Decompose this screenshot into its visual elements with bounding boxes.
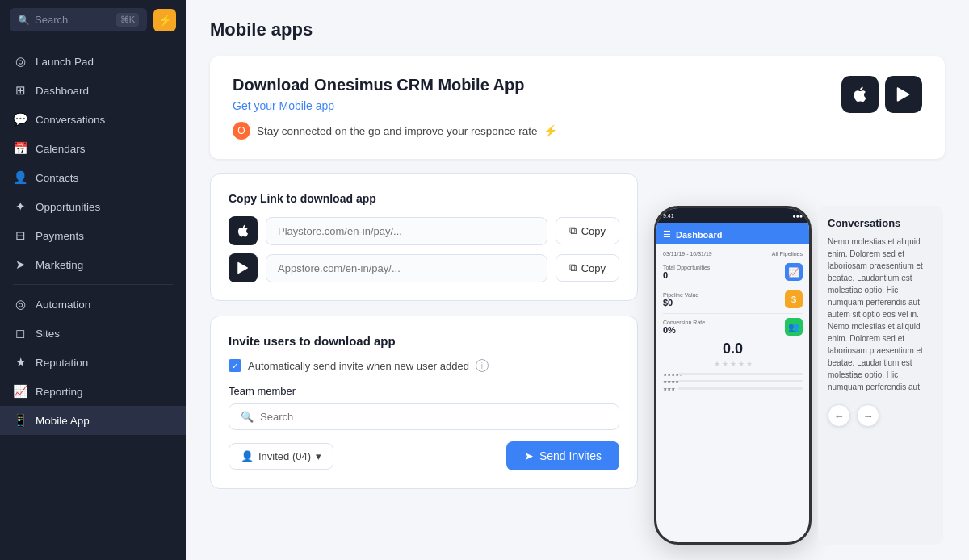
copy-link-card: Copy Link to download app ⧉ Copy — [210, 173, 638, 301]
carousel-next-button[interactable]: → — [857, 404, 879, 427]
automation-icon: ◎ — [13, 297, 27, 311]
copy-icon: ⧉ — [569, 224, 577, 237]
sidebar-item-label: Conversations — [36, 114, 105, 126]
sidebar-item-automation[interactable]: ◎ Automation — [0, 290, 186, 319]
android-store-badge[interactable] — [885, 76, 922, 113]
phone-date: 03/11/19 - 10/31/19 — [663, 251, 712, 257]
bar-bg-5 — [678, 373, 803, 375]
desc-bolt-icon: ⚡ — [543, 124, 557, 137]
invite-bottom-row: 👤 Invited (04) ▾ ➤ Send Invites — [229, 441, 619, 470]
sidebar-item-contacts[interactable]: 👤 Contacts — [0, 163, 186, 192]
bar-bg-4 — [678, 380, 803, 382]
conversion-value: 0% — [663, 325, 705, 335]
sidebar-item-label: Payments — [36, 230, 84, 242]
pipeline-icon: $ — [785, 290, 803, 308]
info-icon: i — [476, 359, 489, 372]
sidebar-item-label: Launch Pad — [36, 56, 94, 68]
android-platform-icon — [229, 253, 258, 282]
rating-stars: ★ ★ ★ ★ ★ — [663, 360, 803, 368]
bolt-button[interactable]: ⚡ — [153, 9, 176, 31]
sidebar-item-conversations[interactable]: 💬 Conversations — [0, 105, 186, 134]
total-opps-info: Total Opportunities 0 — [663, 265, 710, 280]
bolt-icon: ⚡ — [158, 14, 172, 27]
ios-link-input[interactable] — [266, 217, 547, 245]
phone-rating-section: 0.0 ★ ★ ★ ★ ★ ★★★★★ — [663, 341, 803, 391]
sidebar-item-label: Marketing — [36, 259, 83, 271]
person-icon: 👤 — [241, 450, 254, 462]
stat-divider-1 — [663, 286, 803, 286]
bar-label-4: ★★★★ — [663, 378, 676, 384]
apple-store-badge[interactable] — [841, 76, 879, 113]
sidebar-item-dashboard[interactable]: ⊞ Dashboard — [0, 76, 186, 105]
sidebar-item-payments[interactable]: ⊟ Payments — [0, 221, 186, 250]
sidebar-item-label: Contacts — [36, 172, 78, 184]
hamburger-icon: ☰ — [663, 229, 671, 240]
sidebar-item-opportunities[interactable]: ✦ Opportunities — [0, 192, 186, 221]
opps-icon: 📈 — [785, 263, 803, 281]
sidebar-item-mobileapp[interactable]: 📱 Mobile App — [0, 406, 186, 435]
copy-icon-2: ⧉ — [569, 261, 577, 274]
android-link-input[interactable] — [266, 254, 547, 282]
star-2: ★ — [722, 360, 728, 368]
sidebar-item-reporting[interactable]: 📈 Reporting — [0, 377, 186, 406]
rating-bar-3: ★★★ — [663, 386, 803, 391]
bar-label-5: ★★★★★ — [663, 371, 676, 377]
reputation-icon: ★ — [13, 355, 27, 370]
payments-icon: ⊟ — [13, 228, 27, 243]
phone-mockup: 9:41 ●●● ☰ Dashboard 03/11/19 - 10/31/19… — [654, 206, 812, 545]
ios-platform-icon — [229, 216, 258, 245]
reporting-icon: 📈 — [13, 384, 27, 399]
copy-link-title: Copy Link to download app — [229, 192, 619, 205]
phone-tab: All Pipelines — [772, 251, 803, 257]
sidebar-item-label: Reputation — [36, 357, 88, 369]
pipeline-value: $0 — [663, 298, 698, 307]
sidebar-item-calendars[interactable]: 📅 Calendars — [0, 134, 186, 163]
ios-copy-button[interactable]: ⧉ Copy — [556, 217, 619, 244]
marketing-icon: ➤ — [13, 257, 27, 272]
invite-card: Invite users to download app ✓ Automatic… — [210, 316, 638, 489]
star-5: ★ — [746, 360, 753, 368]
phone-date-row: 03/11/19 - 10/31/19 All Pipelines — [663, 251, 803, 257]
right-preview: 9:41 ●●● ☰ Dashboard 03/11/19 - 10/31/19… — [638, 173, 945, 545]
phone-header: ☰ Dashboard — [656, 223, 809, 244]
star-1: ★ — [714, 360, 720, 368]
page-title: Mobile apps — [210, 19, 945, 40]
sidebar-item-launchpad[interactable]: ◎ Launch Pad — [0, 47, 186, 76]
sidebar-item-label: Automation — [36, 299, 90, 311]
team-search-row[interactable]: 🔍 — [229, 403, 619, 430]
auto-invite-label: Automatically send invite when new user … — [248, 360, 469, 372]
rating-bar-4: ★★★★ — [663, 378, 803, 384]
phone-header-title: Dashboard — [676, 230, 722, 240]
rating-bar-5: ★★★★★ — [663, 371, 803, 377]
sidebar-item-label: Dashboard — [36, 85, 89, 97]
total-opps-label: Total Opportunities — [663, 265, 710, 270]
conversion-label: Conversion Rate — [663, 320, 705, 325]
android-copy-button[interactable]: ⧉ Copy — [556, 254, 619, 282]
search-shortcut: ⌘K — [116, 13, 139, 27]
sidebar-item-label: Reporting — [36, 386, 83, 398]
sidebar-item-reputation[interactable]: ★ Reputation — [0, 348, 186, 377]
sidebar-item-sites[interactable]: ◻ Sites — [0, 319, 186, 348]
search-input[interactable]: 🔍 Search ⌘K — [10, 8, 147, 31]
sidebar-search-bar: 🔍 Search ⌘K ⚡ — [0, 0, 186, 40]
conversations-icon: 💬 — [13, 112, 27, 127]
phone-content: 03/11/19 - 10/31/19 All Pipelines Total … — [656, 244, 809, 542]
pipeline-row: Pipeline Value $0 $ — [663, 290, 803, 308]
auto-invite-checkbox[interactable]: ✓ — [229, 359, 241, 372]
send-icon: ➤ — [524, 449, 534, 462]
conversations-panel-title: Conversations — [828, 217, 933, 229]
android-copy-label: Copy — [581, 262, 606, 274]
invited-button[interactable]: 👤 Invited (04) ▾ — [229, 443, 333, 470]
calendars-icon: 📅 — [13, 141, 27, 156]
rating-value: 0.0 — [663, 341, 803, 357]
sidebar-item-marketing[interactable]: ➤ Marketing — [0, 250, 186, 279]
sidebar-item-label: Sites — [36, 328, 60, 340]
team-search-input[interactable] — [260, 411, 607, 423]
send-invites-button[interactable]: ➤ Send Invites — [506, 441, 619, 470]
search-icon: 🔍 — [18, 15, 30, 26]
dashboard-icon: ⊞ — [13, 83, 27, 98]
carousel-prev-button[interactable]: ← — [828, 404, 850, 427]
android-link-row: ⧉ Copy — [229, 253, 619, 282]
download-link[interactable]: Get your Mobile app — [233, 99, 557, 112]
sites-icon: ◻ — [13, 326, 27, 341]
